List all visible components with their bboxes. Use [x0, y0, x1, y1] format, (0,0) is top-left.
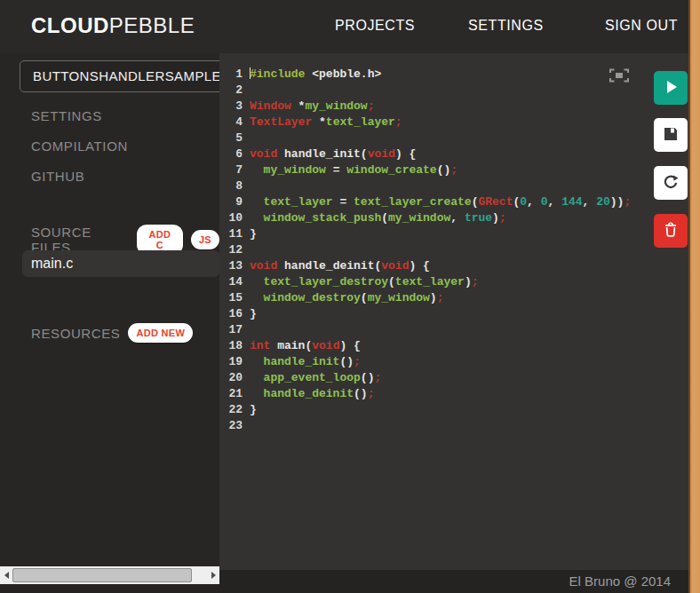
- sidebar-item-settings[interactable]: SETTINGS: [31, 108, 102, 123]
- play-icon: [662, 78, 680, 99]
- logo-cloud: CLOUD: [31, 13, 109, 37]
- line-number: 1: [219, 67, 243, 83]
- code-line-text: }: [250, 307, 257, 320]
- nav-projects[interactable]: PROJECTS: [335, 18, 415, 34]
- line-number: 6: [219, 146, 243, 162]
- app-header: CLOUDPEBBLE PROJECTS SETTINGS SIGN OUT: [0, 0, 688, 53]
- code-line[interactable]: 2: [219, 83, 655, 99]
- code-line-text: handle_deinit();: [250, 387, 374, 400]
- refresh-icon: [662, 173, 680, 194]
- scroll-right-arrow-icon[interactable]: [207, 566, 219, 584]
- resources-label: RESOURCES: [31, 326, 120, 341]
- code-line-text: void handle_deinit(void) {: [250, 259, 430, 273]
- delete-button[interactable]: [654, 214, 688, 248]
- line-number: 13: [219, 258, 243, 274]
- code-line-text: #include <pebble.h>: [250, 67, 381, 81]
- line-number: 12: [219, 242, 243, 258]
- nav-sign-out[interactable]: SIGN OUT: [605, 18, 678, 34]
- code-line-text: text_layer_destroy(text_layer);: [250, 275, 479, 289]
- code-line[interactable]: 12: [219, 242, 655, 258]
- line-number: 4: [219, 115, 243, 130]
- line-number: 7: [219, 162, 243, 178]
- line-number: 20: [219, 370, 243, 386]
- line-number: 8: [219, 178, 243, 194]
- line-number: 14: [219, 274, 243, 290]
- cloudpebble-app: CLOUDPEBBLE PROJECTS SETTINGS SIGN OUT B…: [0, 0, 700, 593]
- code-line[interactable]: 22}: [219, 402, 655, 418]
- run-build-button[interactable]: [654, 71, 688, 105]
- code-line-text: }: [250, 403, 257, 416]
- code-line[interactable]: 11}: [219, 226, 655, 242]
- page-edge-strip: [688, 0, 700, 593]
- line-number: 21: [219, 386, 243, 402]
- code-line-text: my_window = window_create();: [250, 163, 457, 177]
- code-line[interactable]: 5: [219, 130, 655, 146]
- line-number: 23: [219, 418, 243, 434]
- line-number: 9: [219, 194, 243, 210]
- scrollbar-thumb[interactable]: [12, 568, 192, 582]
- code-line[interactable]: 8: [219, 178, 655, 194]
- line-number: 3: [219, 99, 243, 115]
- scroll-left-arrow-icon[interactable]: [0, 566, 12, 584]
- sidebar-item-github[interactable]: GITHUB: [31, 169, 84, 184]
- code-line-text: window_stack_push(my_window, true);: [250, 211, 506, 225]
- code-line-text: app_event_loop();: [250, 371, 381, 384]
- code-line[interactable]: 13void handle_deinit(void) {: [219, 258, 655, 274]
- code-line-text: text_layer = text_layer_create(GRect(0, …: [250, 195, 631, 209]
- line-number: 11: [219, 226, 243, 242]
- code-line-text: window_destroy(my_window);: [250, 291, 443, 304]
- code-line[interactable]: 15 window_destroy(my_window);: [219, 290, 655, 306]
- code-line[interactable]: 10 window_stack_push(my_window, true);: [219, 210, 655, 226]
- reload-button[interactable]: [654, 166, 688, 200]
- code-line-text: void handle_init(void) {: [250, 147, 416, 161]
- fullscreen-icon[interactable]: [609, 68, 629, 83]
- code-line[interactable]: 4TextLayer *text_layer;: [219, 115, 655, 130]
- scrollbar-track[interactable]: [12, 566, 207, 584]
- line-number: 17: [219, 322, 243, 338]
- add-resource-button[interactable]: ADD NEW: [128, 323, 193, 343]
- cloudpebble-logo[interactable]: CLOUDPEBBLE: [31, 13, 195, 38]
- project-name-box[interactable]: BUTTONSHANDLERSAMPLE: [20, 60, 219, 92]
- trash-icon: [662, 221, 680, 241]
- line-number: 19: [219, 354, 243, 370]
- line-number: 2: [219, 83, 243, 99]
- logo-pebble: PEBBLE: [109, 13, 195, 37]
- sidebar-item-compilation[interactable]: COMPILATION: [31, 138, 128, 154]
- code-line-text: }: [250, 227, 257, 241]
- line-number: 15: [219, 290, 243, 306]
- save-button[interactable]: [654, 118, 688, 152]
- code-line[interactable]: 7 my_window = window_create();: [219, 162, 655, 178]
- code-line[interactable]: 14 text_layer_destroy(text_layer);: [219, 274, 655, 290]
- line-number: 5: [219, 130, 243, 146]
- floppy-icon: [662, 125, 680, 146]
- code-line[interactable]: 18int main(void) {: [219, 338, 655, 354]
- code-line[interactable]: 20 app_event_loop();: [219, 370, 655, 386]
- code-line[interactable]: 21 handle_deinit();: [219, 386, 655, 402]
- line-number: 18: [219, 338, 243, 354]
- line-number: 10: [219, 210, 243, 226]
- sidebar: BUTTONSHANDLERSAMPLE SETTINGS COMPILATIO…: [0, 53, 219, 570]
- code-line[interactable]: 19 handle_init();: [219, 354, 655, 370]
- code-line[interactable]: 6void handle_init(void) {: [219, 146, 655, 162]
- code-editor[interactable]: 1#include <pebble.h>23Window *my_window;…: [219, 67, 655, 434]
- code-line[interactable]: 16}: [219, 306, 655, 322]
- horizontal-scrollbar[interactable]: [0, 566, 219, 584]
- add-js-file-button[interactable]: JS: [191, 230, 219, 249]
- code-line[interactable]: 9 text_layer = text_layer_create(GRect(0…: [219, 194, 655, 210]
- line-number: 22: [219, 402, 243, 418]
- line-number: 16: [219, 306, 243, 322]
- code-line-text: Window *my_window;: [250, 99, 374, 113]
- code-line-text: TextLayer *text_layer;: [250, 115, 402, 129]
- code-line[interactable]: 1#include <pebble.h>: [219, 67, 655, 83]
- code-line-text: handle_init();: [250, 355, 361, 368]
- file-item-main-c[interactable]: main.c: [22, 250, 219, 277]
- project-name: BUTTONSHANDLERSAMPLE: [20, 61, 219, 91]
- code-line[interactable]: 23: [219, 418, 655, 434]
- resources-row: RESOURCES ADD NEW: [31, 323, 193, 343]
- file-name: main.c: [22, 250, 219, 277]
- watermark-credit: El Bruno @ 2014: [569, 570, 671, 593]
- code-line[interactable]: 17: [219, 322, 655, 338]
- nav-settings[interactable]: SETTINGS: [468, 18, 544, 34]
- code-line-text: int main(void) {: [250, 339, 361, 352]
- code-line[interactable]: 3Window *my_window;: [219, 99, 655, 115]
